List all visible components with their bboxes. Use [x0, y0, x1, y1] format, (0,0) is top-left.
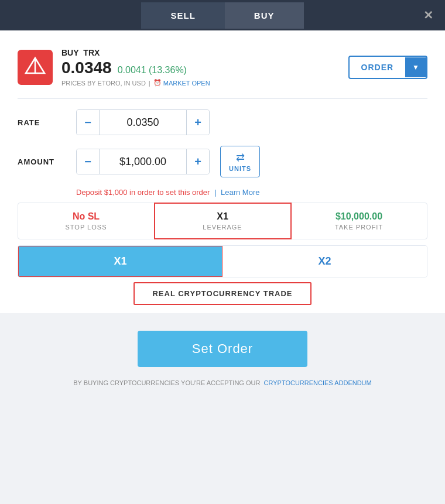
units-label: UNITS [229, 165, 251, 172]
leverage-selector-row: X1 X2 [18, 245, 427, 277]
prices-by-label: PRICES BY ETORO, IN USD [61, 80, 146, 87]
learn-more-link[interactable]: Learn More [221, 188, 259, 197]
leverage-value: X1 [160, 211, 285, 222]
asset-left: BUY TRX 0.0348 0.0041 (13.36%) PRICES BY… [18, 48, 210, 87]
stop-loss-label: STOP LOSS [24, 224, 148, 231]
sl-leverage-tp-row: No SL STOP LOSS X1 LEVERAGE $10,000.00 T… [18, 203, 427, 239]
amount-input[interactable] [99, 149, 187, 174]
asset-meta: PRICES BY ETORO, IN USD | ⏰ MARKET OPEN [61, 79, 210, 87]
tab-sell[interactable]: SELL [141, 2, 224, 29]
leverage-cell[interactable]: X1 LEVERAGE [155, 203, 291, 239]
amount-input-group: − + [76, 149, 210, 174]
leverage-x1-button[interactable]: X1 [18, 246, 222, 277]
cryptocurrencies-link[interactable]: CRYPTOCURRENCIES [264, 379, 333, 386]
stop-loss-value: No SL [24, 211, 148, 222]
rate-input[interactable] [99, 110, 187, 135]
market-status: ⏰ MARKET OPEN [153, 79, 210, 87]
disclaimer-text: BY BUYING CRYPTOCURRENCIES YOU'RE ACCEPT… [73, 379, 260, 386]
rate-increment-button[interactable]: + [187, 110, 209, 135]
asset-name-prefix: BUY [61, 48, 79, 57]
amount-decrement-button[interactable]: − [77, 149, 99, 174]
bottom-panel: Set Order BY BUYING CRYPTOCURRENCIES YOU… [0, 313, 445, 504]
amount-label: AMOUNT [18, 157, 70, 166]
asset-price-row: 0.0348 0.0041 (13.36%) [61, 59, 210, 77]
deposit-notice: Deposit $1,000 in order to set this orde… [76, 188, 427, 197]
rate-label: RATE [18, 118, 70, 127]
notice-separator: | [214, 188, 216, 197]
clock-icon: ⏰ [153, 79, 162, 87]
addendum-link[interactable]: ADDENDUM [334, 379, 372, 386]
asset-info: BUY TRX 0.0348 0.0041 (13.36%) PRICES BY… [61, 48, 210, 87]
crypto-trade-button[interactable]: REAL CRYPTOCURRENCY TRADE [134, 282, 311, 305]
asset-ticker: TRX [83, 48, 100, 57]
order-dropdown-arrow-icon: ▼ [405, 57, 426, 77]
disclaimer: BY BUYING CRYPTOCURRENCIES YOU'RE ACCEPT… [73, 379, 371, 386]
take-profit-value: $10,000.00 [297, 211, 421, 222]
amount-increment-button[interactable]: + [187, 149, 209, 174]
asset-price-value: 0.0348 [61, 59, 112, 77]
order-btn-label: ORDER [350, 57, 406, 78]
leverage-label: LEVERAGE [160, 224, 285, 231]
amount-row: AMOUNT − + ⇄ UNITS [18, 146, 427, 177]
rate-decrement-button[interactable]: − [77, 110, 99, 135]
asset-name-row: BUY TRX [61, 48, 210, 57]
crypto-trade-row: REAL CRYPTOCURRENCY TRADE [18, 282, 427, 305]
leverage-x2-button[interactable]: X2 [222, 246, 427, 277]
take-profit-label: TAKE PROFIT [297, 224, 421, 231]
units-button[interactable]: ⇄ UNITS [220, 146, 260, 177]
main-panel: BUY TRX 0.0348 0.0041 (13.36%) PRICES BY… [0, 30, 445, 313]
trx-icon [23, 56, 47, 79]
meta-separator: | [149, 80, 150, 87]
set-order-button[interactable]: Set Order [138, 331, 307, 367]
rate-row: RATE − + [18, 109, 427, 135]
tab-buy[interactable]: BUY [225, 2, 304, 29]
market-status-label: MARKET OPEN [163, 80, 210, 87]
divider-1 [18, 98, 427, 99]
order-dropdown-button[interactable]: ORDER ▼ [348, 56, 427, 79]
take-profit-cell[interactable]: $10,000.00 TAKE PROFIT [291, 203, 427, 239]
tab-group: SELL BUY [141, 2, 303, 29]
deposit-notice-text: Deposit $1,000 in order to set this orde… [76, 188, 210, 197]
stop-loss-cell[interactable]: No SL STOP LOSS [18, 203, 155, 239]
asset-logo [18, 50, 53, 85]
close-button[interactable]: ✕ [423, 8, 433, 22]
rate-input-group: − + [76, 109, 210, 135]
header: SELL BUY ✕ [0, 0, 445, 30]
price-change: 0.0041 (13.36%) [118, 65, 187, 76]
units-swap-icon: ⇄ [236, 151, 245, 164]
asset-header: BUY TRX 0.0348 0.0041 (13.36%) PRICES BY… [18, 42, 427, 92]
